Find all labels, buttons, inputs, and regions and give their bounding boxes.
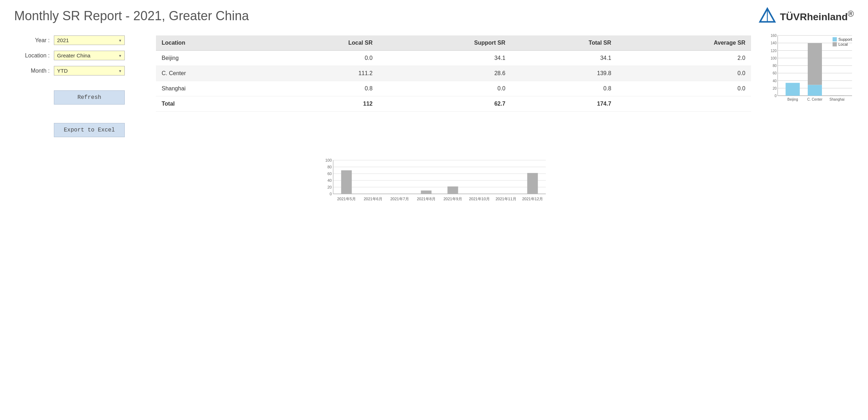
legend-local: Local [833, 42, 852, 46]
svg-text:60: 60 [327, 172, 331, 176]
svg-text:Shanghai: Shanghai [829, 97, 844, 101]
legend-local-color [833, 42, 837, 46]
table-section: Location Local SR Support SR Total SR Av… [156, 35, 751, 112]
left-panel: Year : 2021 Location : Greater China Mon… [14, 35, 142, 137]
svg-text:0: 0 [774, 94, 777, 98]
logo-rheinland: Rheinland [800, 11, 847, 22]
page-title: Monthly SR Report - 2021, Greater China [14, 9, 249, 23]
svg-rect-24 [808, 43, 822, 85]
svg-text:40: 40 [773, 79, 777, 83]
svg-text:2021年11月: 2021年11月 [495, 197, 516, 201]
col-average-sr: Average SR [617, 35, 751, 51]
svg-text:20: 20 [773, 86, 777, 90]
svg-text:100: 100 [325, 158, 331, 162]
table-cell: 2.0 [617, 51, 751, 66]
col-total-sr: Total SR [511, 35, 617, 51]
logo-area: TÜVRheinland® [758, 7, 854, 25]
table-total-cell [617, 96, 751, 112]
svg-rect-25 [808, 85, 822, 96]
table-total-cell: Total [156, 96, 267, 112]
col-local-sr: Local SR [267, 35, 379, 51]
table-cell: 34.1 [511, 51, 617, 66]
bottom-chart-section: 0204060801002021年5月2021年6月2021年7月2021年8月… [14, 158, 854, 208]
logo-text: TÜVRheinland® [780, 9, 854, 23]
svg-text:140: 140 [771, 41, 777, 45]
month-select[interactable]: YTD [54, 66, 125, 75]
svg-text:Beijing: Beijing [787, 97, 798, 101]
svg-rect-27 [830, 95, 844, 96]
svg-rect-49 [447, 186, 458, 194]
table-cell: 28.6 [378, 66, 511, 81]
svg-text:2021年8月: 2021年8月 [417, 197, 436, 201]
month-select-wrapper[interactable]: YTD [54, 66, 125, 75]
main-content: Year : 2021 Location : Greater China Mon… [14, 35, 854, 137]
table-row: Shanghai0.80.00.80.0 [156, 81, 751, 96]
table-total-row: Total11262.7174.7 [156, 96, 751, 112]
table-cell: 34.1 [378, 51, 511, 66]
table-row: Beijing0.034.134.12.0 [156, 51, 751, 66]
col-location: Location [156, 35, 267, 51]
table-cell: 0.0 [617, 66, 751, 81]
export-button[interactable]: Export to Excel [54, 123, 125, 137]
bottom-chart-svg: 0204060801002021年5月2021年6月2021年7月2021年8月… [319, 158, 549, 215]
tuv-logo-icon [758, 7, 776, 25]
svg-rect-53 [527, 173, 538, 194]
top-chart-svg: 020406080100120140160BeijingC. CenterSha… [778, 35, 856, 117]
legend-support: Support [833, 37, 852, 41]
location-label: Location : [14, 52, 50, 59]
year-select-wrapper[interactable]: 2021 [54, 35, 125, 45]
table-cell: 139.8 [511, 66, 617, 81]
svg-text:C. Center: C. Center [807, 97, 823, 101]
svg-text:60: 60 [773, 71, 777, 75]
svg-text:2021年7月: 2021年7月 [390, 197, 409, 201]
svg-rect-22 [786, 83, 800, 96]
table-row: C. Center111.228.6139.80.0 [156, 66, 751, 81]
legend-local-label: Local [838, 42, 847, 46]
svg-rect-43 [341, 170, 352, 194]
svg-text:80: 80 [773, 64, 777, 68]
svg-text:0: 0 [329, 192, 331, 196]
table-total-cell: 174.7 [511, 96, 617, 112]
table-cell: Shanghai [156, 81, 267, 96]
table-cell: C. Center [156, 66, 267, 81]
svg-text:160: 160 [771, 34, 777, 38]
svg-text:2021年9月: 2021年9月 [443, 197, 462, 201]
table-header-row: Location Local SR Support SR Total SR Av… [156, 35, 751, 51]
table-cell: 0.0 [267, 51, 379, 66]
svg-text:20: 20 [327, 185, 331, 189]
chart-legend: Support Local [833, 37, 852, 46]
top-chart: Support Local 020406080100120140160Beiji… [765, 35, 854, 118]
table-total-cell: 62.7 [378, 96, 511, 112]
svg-text:120: 120 [771, 49, 777, 53]
svg-text:100: 100 [771, 56, 777, 60]
svg-text:2021年10月: 2021年10月 [469, 197, 490, 201]
svg-rect-47 [421, 191, 431, 194]
location-select[interactable]: Greater China [54, 51, 125, 60]
month-label: Month : [14, 68, 50, 74]
location-select-wrapper[interactable]: Greater China [54, 51, 125, 60]
year-select[interactable]: 2021 [54, 35, 125, 45]
legend-support-color [833, 37, 837, 41]
page-container: Monthly SR Report - 2021, Greater China … [0, 0, 868, 420]
table-cell: Beijing [156, 51, 267, 66]
logo-trademark: ® [848, 9, 854, 18]
month-row: Month : YTD [14, 66, 142, 75]
table-total-cell: 112 [267, 96, 379, 112]
table-cell: 0.8 [267, 81, 379, 96]
logo-tuv: TÜV [780, 11, 800, 22]
location-row: Location : Greater China [14, 51, 142, 60]
table-cell: 0.0 [617, 81, 751, 96]
refresh-button[interactable]: Refresh [54, 90, 125, 105]
table-cell: 111.2 [267, 66, 379, 81]
svg-text:2021年5月: 2021年5月 [337, 197, 356, 201]
bottom-chart: 0204060801002021年5月2021年6月2021年7月2021年8月… [319, 158, 549, 208]
legend-support-label: Support [838, 37, 852, 41]
header: Monthly SR Report - 2021, Greater China … [14, 7, 854, 25]
svg-text:2021年6月: 2021年6月 [364, 197, 382, 201]
data-table: Location Local SR Support SR Total SR Av… [156, 35, 751, 112]
year-label: Year : [14, 37, 50, 44]
year-row: Year : 2021 [14, 35, 142, 45]
svg-text:80: 80 [327, 165, 331, 169]
svg-text:40: 40 [327, 178, 331, 183]
col-support-sr: Support SR [378, 35, 511, 51]
